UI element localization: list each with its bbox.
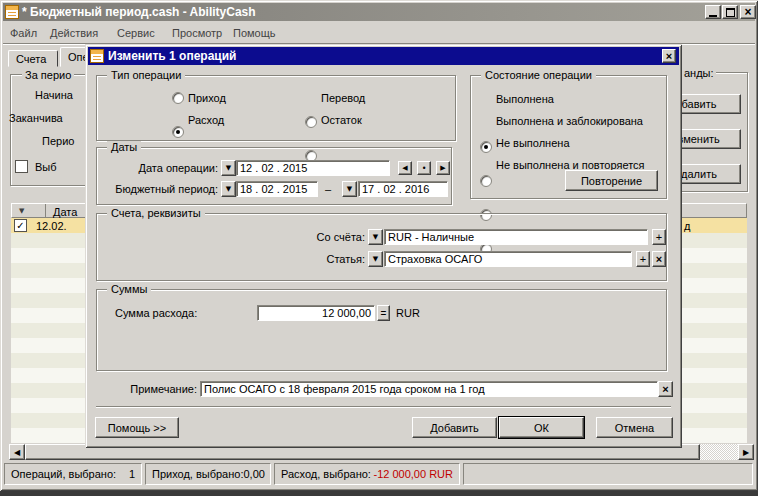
status-income-value: 0,00 xyxy=(244,467,265,481)
screen: * Бюджетный период.cash - AbilityCash × … xyxy=(0,0,758,496)
category-add-button[interactable]: + xyxy=(636,251,650,267)
accounts-group-label: Счета, реквизиты xyxy=(107,207,205,220)
status-operations-value: 1 xyxy=(129,467,135,481)
category-dropdown-button[interactable]: ▼ xyxy=(368,251,383,267)
sums-group-label: Суммы xyxy=(107,283,151,296)
amount-label: Сумма расхода: xyxy=(115,306,197,320)
radio-done-label: Выполнена xyxy=(496,92,554,106)
status-income-label: Приход, выбрано: xyxy=(152,467,244,481)
filter-checkbox[interactable] xyxy=(15,160,28,173)
tab-accounts-label: Счета xyxy=(16,52,46,66)
period-to-dropdown-button[interactable]: ▼ xyxy=(342,181,357,197)
amount-field[interactable]: 12 000,00 xyxy=(257,305,375,321)
menu-file[interactable]: Файл xyxy=(10,26,37,40)
dialog-icon xyxy=(90,49,104,63)
cancel-button[interactable]: Отмена xyxy=(596,417,673,438)
status-expense-label: Расход, выбрано: xyxy=(281,467,371,481)
dialog-separator xyxy=(96,406,671,408)
category-field[interactable]: Страховка ОСАГО xyxy=(384,251,632,267)
filter-group-label: За перио xyxy=(22,68,74,82)
menu-help[interactable]: Помощь xyxy=(233,26,276,40)
status-expense-value: -12 000,00 RUR xyxy=(374,467,454,481)
ok-button-label: ОК xyxy=(534,422,549,434)
status-empty xyxy=(463,463,753,485)
radio-expense[interactable] xyxy=(172,126,184,138)
maximize-button[interactable] xyxy=(722,5,738,19)
radio-not-done-label: Не выполнена xyxy=(496,136,570,150)
radio-done[interactable] xyxy=(480,141,492,153)
minimize-icon xyxy=(709,15,717,17)
radio-income[interactable] xyxy=(172,92,184,104)
period-dash: – xyxy=(325,182,331,196)
commands-group-label: анды: xyxy=(682,66,716,80)
radio-done-locked[interactable] xyxy=(480,175,492,187)
filter-starts-label: Начина xyxy=(35,88,73,102)
filter-checkbox-label: Выб xyxy=(35,160,57,174)
date-field[interactable]: 12 . 02 . 2015 xyxy=(236,160,390,176)
note-clear-button[interactable]: × xyxy=(658,381,673,397)
sums-groupbox: Суммы xyxy=(96,289,667,371)
repeat-button[interactable]: Повторение xyxy=(565,170,658,191)
row-date: 12.02. xyxy=(36,219,67,233)
status-operations: Операций, выбрано: 1 xyxy=(4,463,142,485)
row-checkbox[interactable]: ✓ xyxy=(14,219,27,232)
checkmark-icon: ✓ xyxy=(16,221,24,231)
scroll-left-button[interactable]: ◀ xyxy=(9,444,25,460)
date-today-button[interactable]: • xyxy=(417,161,431,175)
category-label: Статья: xyxy=(265,252,365,266)
account-dropdown-button[interactable]: ▼ xyxy=(368,229,383,245)
type-groupbox: Тип операции xyxy=(96,75,456,141)
dialog-titlebar[interactable]: Изменить 1 операций xyxy=(88,47,679,65)
equals-icon: = xyxy=(381,308,387,319)
period-to-field[interactable]: 17 . 02 . 2016 xyxy=(358,181,448,197)
delete-operation-label: далить xyxy=(681,168,717,180)
type-group-label: Тип операции xyxy=(107,69,185,82)
menu-service[interactable]: Сервис xyxy=(117,26,155,40)
dialog-close-button[interactable]: × xyxy=(662,49,676,63)
radio-transfer-label: Перевод xyxy=(321,91,365,105)
account-label: Со счёта: xyxy=(265,230,365,244)
dialog-add-label: Добавить xyxy=(430,422,479,434)
dates-group-label: Даты xyxy=(107,141,141,154)
menubar: Файл Действия Сервис Просмотр Помощь xyxy=(3,23,755,42)
date-prev-button[interactable]: ◀ xyxy=(398,161,412,175)
help-button[interactable]: Помощь >> xyxy=(95,417,179,438)
filter-period-label: Перио xyxy=(42,134,74,148)
menu-actions[interactable]: Действия xyxy=(50,26,98,40)
note-label: Примечание: xyxy=(115,382,197,396)
help-button-label: Помощь >> xyxy=(108,422,166,434)
category-clear-button[interactable]: × xyxy=(652,251,666,267)
scroll-right-button[interactable]: ▶ xyxy=(738,444,754,460)
sort-arrow-icon[interactable]: ▼ xyxy=(19,207,24,215)
minimize-button[interactable] xyxy=(705,5,721,19)
tab-accounts[interactable]: Счета xyxy=(8,50,58,67)
radio-expense-label: Расход xyxy=(188,113,224,127)
window-title: * Бюджетный период.cash - AbilityCash xyxy=(22,5,256,19)
main-titlebar[interactable]: * Бюджетный период.cash - AbilityCash xyxy=(3,3,755,21)
menu-view[interactable]: Просмотр xyxy=(172,26,222,40)
close-button[interactable]: × xyxy=(740,5,756,19)
close-icon: × xyxy=(744,5,751,19)
ok-button[interactable]: ОК xyxy=(499,417,584,438)
note-field[interactable]: Полис ОСАГО с 18 февраля 2015 года сроко… xyxy=(200,381,658,397)
account-add-button[interactable]: + xyxy=(652,229,666,245)
dialog-add-button[interactable]: Добавить xyxy=(412,417,497,438)
cancel-button-label: Отмена xyxy=(615,422,654,434)
edit-operation-dialog: Изменить 1 операций × Тип операции Прихо… xyxy=(85,44,682,448)
scrollbar-track[interactable] xyxy=(700,444,738,460)
period-from-field[interactable]: 18 . 02 . 2015 xyxy=(236,181,318,197)
date-next-button[interactable]: ▶ xyxy=(436,161,450,175)
date-dropdown-button[interactable]: ▼ xyxy=(221,160,236,176)
maximize-icon xyxy=(726,8,735,17)
period-label: Бюджетный период: xyxy=(90,182,218,196)
radio-done-locked-label: Выполнена и заблокирована xyxy=(496,114,643,128)
table-header-date: Дата xyxy=(53,205,77,219)
repeat-button-label: Повторение xyxy=(581,175,642,187)
radio-transfer[interactable] xyxy=(305,116,317,128)
currency-label: RUR xyxy=(396,306,420,320)
dialog-title: Изменить 1 операций xyxy=(108,49,236,63)
scroll-left-icon: ◀ xyxy=(14,448,20,457)
account-field[interactable]: RUR - Наличные xyxy=(384,229,648,245)
calculator-button[interactable]: = xyxy=(377,305,390,321)
period-from-dropdown-button[interactable]: ▼ xyxy=(221,181,236,197)
